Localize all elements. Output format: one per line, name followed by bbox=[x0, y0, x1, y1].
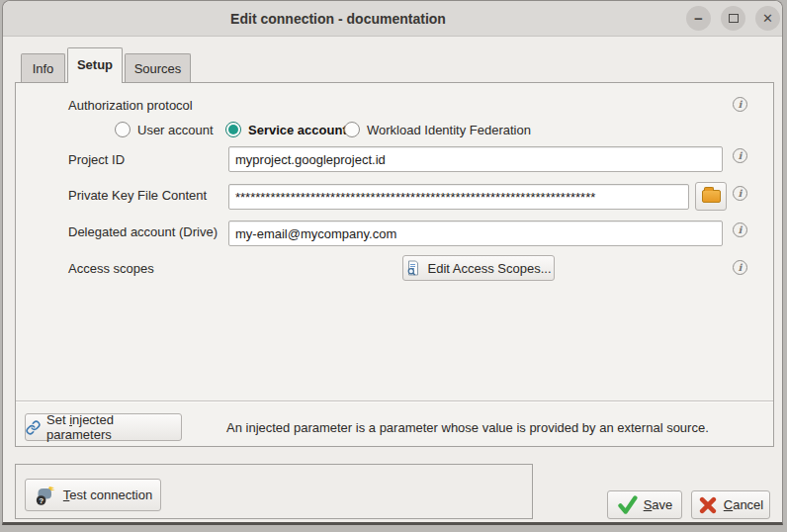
radio-service-account[interactable]: Service account bbox=[225, 122, 347, 137]
delegated-account-input[interactable] bbox=[228, 221, 723, 246]
maximize-icon bbox=[729, 14, 739, 23]
test-connection-label: Test connection bbox=[63, 488, 152, 502]
tab-sources[interactable]: Sources bbox=[125, 53, 191, 83]
minimize-icon: − bbox=[694, 10, 703, 27]
save-button[interactable]: Save bbox=[607, 490, 682, 519]
info-icon[interactable]: i bbox=[733, 260, 747, 275]
radio-workload-identity-label: Workload Identity Federation bbox=[367, 123, 531, 137]
window-title: Edit connection - documentation bbox=[3, 1, 673, 37]
radio-selected-icon bbox=[225, 122, 241, 137]
check-icon bbox=[617, 494, 638, 515]
radio-circle-icon bbox=[115, 122, 131, 137]
info-icon[interactable]: i bbox=[733, 97, 747, 112]
panel-separator bbox=[16, 400, 773, 402]
folder-icon bbox=[702, 190, 721, 203]
access-scopes-label: Access scopes bbox=[68, 261, 154, 276]
chain-link-icon bbox=[26, 420, 41, 435]
radio-circle-icon bbox=[344, 122, 360, 137]
tab-setup[interactable]: Setup bbox=[67, 47, 123, 83]
project-id-label: Project ID bbox=[68, 152, 125, 167]
set-injected-parameters-button[interactable]: Set injected parameters bbox=[25, 413, 182, 441]
info-icon[interactable]: i bbox=[733, 186, 747, 201]
test-connection-button[interactable]: ? Test connection bbox=[25, 479, 161, 511]
private-key-label: Private Key File Content bbox=[68, 188, 207, 203]
set-injected-parameters-label: Set injected parameters bbox=[46, 412, 181, 442]
cancel-label: Cancel bbox=[724, 497, 763, 512]
project-id-input[interactable] bbox=[228, 146, 723, 172]
close-button[interactable]: ✕ bbox=[755, 6, 780, 31]
maximize-button[interactable] bbox=[721, 6, 745, 31]
radio-user-account[interactable]: User account bbox=[115, 122, 214, 137]
edit-access-scopes-label: Edit Access Scopes... bbox=[427, 261, 551, 276]
document-magnifier-icon bbox=[405, 260, 421, 276]
x-mark-icon bbox=[698, 495, 718, 515]
radio-user-account-label: User account bbox=[137, 123, 214, 137]
edit-connection-dialog: Edit connection - documentation − ✕ Info… bbox=[2, 0, 783, 525]
setup-tab-panel: Authorization protocol i User account Se… bbox=[15, 82, 774, 447]
info-icon[interactable]: i bbox=[733, 148, 747, 163]
delegated-account-label: Delegated account (Drive) bbox=[68, 224, 218, 239]
plug-question-icon: ? bbox=[34, 484, 57, 507]
radio-service-account-label: Service account bbox=[248, 123, 347, 137]
radio-workload-identity-federation[interactable]: Workload Identity Federation bbox=[344, 122, 531, 137]
info-icon[interactable]: i bbox=[733, 222, 747, 237]
test-connection-panel: ? Test connection bbox=[15, 464, 533, 519]
injected-parameter-description: An injected parameter is a parameter who… bbox=[226, 420, 709, 435]
save-label: Save bbox=[644, 497, 673, 512]
authorization-protocol-label: Authorization protocol bbox=[68, 98, 193, 113]
edit-access-scopes-button[interactable]: Edit Access Scopes... bbox=[402, 255, 555, 281]
svg-text:?: ? bbox=[39, 495, 44, 504]
private-key-input[interactable] bbox=[228, 184, 689, 210]
close-icon: ✕ bbox=[762, 11, 773, 26]
titlebar: Edit connection - documentation − ✕ bbox=[3, 1, 782, 37]
minimize-button[interactable]: − bbox=[686, 6, 711, 31]
tab-info[interactable]: Info bbox=[21, 53, 65, 83]
browse-key-file-button[interactable] bbox=[695, 182, 727, 211]
cancel-button[interactable]: Cancel bbox=[691, 490, 770, 519]
